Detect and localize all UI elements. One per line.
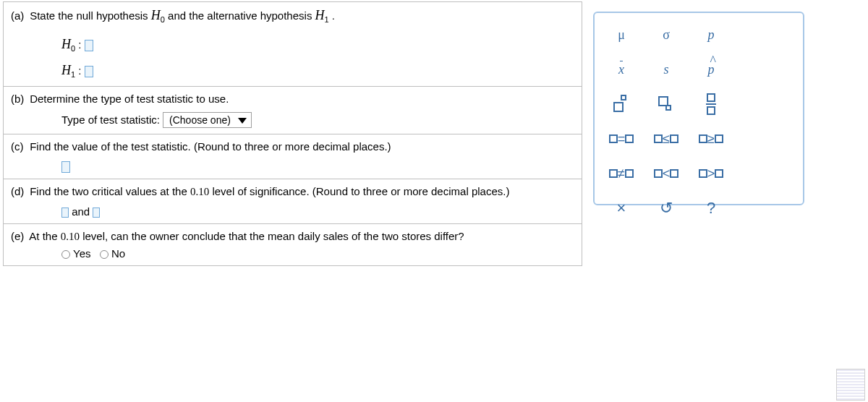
critical-value-1-input[interactable]	[61, 208, 69, 218]
part-c-cell: (c) Find the value of the test statistic…	[4, 134, 582, 179]
palette-clear[interactable]: ×	[600, 192, 642, 224]
palette-fraction[interactable]	[690, 88, 732, 120]
part-c-text: Find the value of the test statistic. (R…	[30, 140, 391, 153]
critical-values-row: and	[61, 205, 574, 218]
palette-phat[interactable]: p	[690, 54, 732, 85]
no-label: No	[111, 247, 125, 260]
palette-s[interactable]: s	[645, 54, 687, 85]
part-a-label: (a)	[11, 9, 27, 22]
palette-subscript[interactable]	[645, 88, 687, 120]
help-icon: ?	[707, 199, 715, 218]
h0-input-row: H0 :	[61, 37, 574, 53]
h0-left-sub: 0	[71, 44, 75, 53]
h1-input[interactable]	[85, 66, 93, 77]
h0-left: H	[61, 37, 71, 51]
palette-xbar[interactable]: x	[600, 54, 642, 85]
h0-symbol: H	[151, 8, 161, 22]
yes-label: Yes	[73, 247, 90, 260]
palette-help[interactable]: ?	[690, 192, 732, 224]
symbol-palette: μ σ p x s p = ≤ ≥ ≠ < > × ↺ ?	[593, 12, 804, 205]
part-a-cell: (a) State the null hypothesis H0 and the…	[4, 2, 582, 87]
part-b-cell: (b) Determine the type of test statistic…	[4, 87, 582, 134]
h1-sub: 1	[325, 15, 329, 24]
part-e-text1: At the	[29, 230, 60, 242]
yes-radio[interactable]	[61, 250, 70, 259]
part-b-label: (b)	[11, 93, 27, 105]
part-d-alpha: 0.10	[190, 186, 209, 197]
h1-symbol: H	[315, 8, 325, 22]
test-stat-select-text: (Choose one)	[169, 114, 231, 126]
h0-colon: :	[78, 38, 84, 51]
no-radio[interactable]	[100, 250, 109, 259]
palette-lt[interactable]: <	[645, 158, 687, 189]
palette-gt[interactable]: >	[690, 158, 732, 189]
test-stat-select[interactable]: (Choose one)	[163, 112, 252, 128]
h1-input-row: H1 :	[61, 63, 574, 79]
chevron-down-icon	[238, 118, 247, 124]
part-b-text: Determine the type of test statistic to …	[30, 93, 229, 105]
part-e-alpha: 0.10	[61, 231, 80, 242]
part-d-cell: (d) Find the two critical values at the …	[4, 179, 582, 224]
part-e-text2: level, can the owner conclude that the m…	[82, 230, 464, 242]
part-a-text3: .	[332, 9, 335, 22]
palette-sigma[interactable]: σ	[645, 19, 687, 51]
question-table: (a) State the null hypothesis H0 and the…	[3, 1, 582, 266]
palette-ne[interactable]: ≠	[600, 158, 642, 189]
h0-sub: 0	[161, 15, 165, 24]
test-stat-value-input[interactable]	[61, 161, 70, 173]
critical-value-2-input[interactable]	[93, 208, 100, 218]
part-e-label: (e)	[11, 230, 27, 242]
h1-left: H	[61, 63, 71, 77]
part-a-text1: State the null hypothesis	[30, 9, 151, 22]
close-icon: ×	[617, 199, 626, 218]
test-stat-row: Type of test statistic: (Choose one)	[61, 112, 574, 128]
part-d-text1: Find the two critical values at the	[30, 185, 190, 197]
part-c-label: (c)	[11, 140, 27, 153]
palette-le[interactable]: ≤	[645, 123, 687, 155]
palette-superscript[interactable]	[600, 88, 642, 120]
undo-icon: ↺	[660, 199, 673, 218]
part-a-text2: and the alternative hypothesis	[168, 9, 315, 22]
part-e-cell: (e) At the 0.10 level, can the owner con…	[4, 224, 582, 266]
palette-ge[interactable]: ≥	[690, 123, 732, 155]
part-d-label: (d)	[11, 185, 27, 197]
part-d-text2: level of significance. (Round to three o…	[212, 185, 509, 197]
test-stat-value-row	[61, 160, 574, 173]
palette-undo[interactable]: ↺	[645, 192, 687, 224]
h0-input[interactable]	[85, 40, 93, 51]
palette-p[interactable]: p	[690, 19, 732, 51]
h1-left-sub: 1	[71, 70, 75, 79]
thumbnail-preview[interactable]	[836, 369, 865, 401]
palette-mu[interactable]: μ	[600, 19, 642, 51]
palette-equals[interactable]: =	[600, 123, 642, 155]
test-stat-prompt: Type of test statistic:	[61, 114, 160, 126]
h1-colon: :	[78, 64, 84, 77]
yes-no-row: Yes No	[61, 247, 574, 260]
and-text: and	[72, 205, 93, 218]
